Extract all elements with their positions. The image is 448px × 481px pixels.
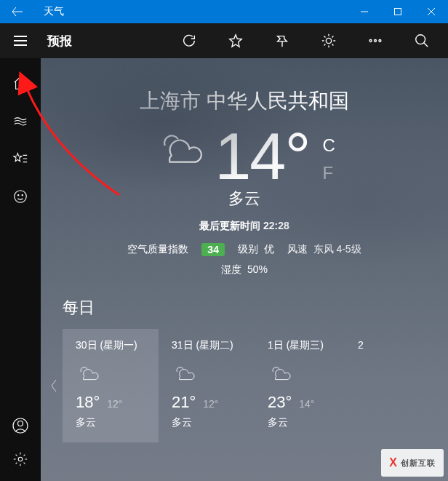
refresh-button[interactable] bbox=[166, 23, 212, 58]
settings-icon[interactable] bbox=[12, 450, 29, 468]
current-metrics: 空气质量指数 34 级别 优 风速 东风 4-5级 bbox=[41, 243, 448, 256]
page-heading: 预报 bbox=[41, 33, 84, 49]
unit-c[interactable]: C bbox=[322, 135, 335, 156]
day-card[interactable]: 31日 (星期二) 21°12° 多云 bbox=[159, 329, 255, 442]
cloud-icon bbox=[172, 362, 241, 384]
favorite-button[interactable] bbox=[212, 23, 259, 58]
scroll-left-button[interactable] bbox=[45, 329, 63, 442]
cloud-icon bbox=[153, 124, 206, 170]
unit-f[interactable]: F bbox=[322, 163, 335, 183]
brightness-button[interactable] bbox=[305, 23, 352, 58]
current-condition: 多云 bbox=[41, 188, 448, 210]
favorites-list-icon[interactable] bbox=[12, 150, 29, 167]
svg-point-10 bbox=[18, 421, 23, 426]
aqi-badge: 34 bbox=[201, 243, 225, 256]
current-temp: 14° bbox=[215, 124, 309, 189]
app-title: 天气 bbox=[35, 5, 73, 18]
svg-point-4 bbox=[379, 40, 381, 42]
svg-point-5 bbox=[416, 35, 425, 44]
svg-point-2 bbox=[369, 40, 372, 42]
day-card[interactable]: 1日 (星期三) 23°14° 多云 bbox=[255, 329, 351, 442]
svg-point-3 bbox=[375, 40, 377, 42]
svg-point-1 bbox=[326, 38, 331, 43]
location-title: 上海市 中华人民共和国 bbox=[41, 58, 448, 115]
day-card[interactable]: 2 bbox=[351, 329, 372, 442]
account-icon[interactable] bbox=[12, 417, 29, 434]
close-button[interactable] bbox=[415, 0, 448, 23]
search-button[interactable] bbox=[399, 23, 445, 58]
window-titlebar: 天气 bbox=[0, 0, 448, 23]
hamburger-button[interactable] bbox=[0, 23, 41, 58]
svg-point-7 bbox=[18, 195, 19, 196]
svg-point-8 bbox=[22, 195, 23, 196]
svg-point-6 bbox=[15, 191, 27, 203]
back-button[interactable] bbox=[0, 0, 35, 23]
home-icon[interactable] bbox=[12, 74, 29, 92]
humidity: 湿度 50% bbox=[41, 263, 448, 277]
forecast-panel: 上海市 中华人民共和国 14° C F 多云 最后更新时间 22:28 空气质量… bbox=[41, 58, 448, 481]
cloud-icon bbox=[76, 362, 145, 384]
more-button[interactable] bbox=[352, 23, 399, 58]
maps-icon[interactable] bbox=[12, 112, 29, 130]
current-temp-row: 14° C F bbox=[41, 124, 448, 189]
command-bar: 预报 bbox=[0, 23, 448, 58]
cloud-icon bbox=[268, 362, 337, 384]
watermark: X创新互联 bbox=[381, 449, 444, 477]
nav-sidebar bbox=[0, 58, 41, 481]
daily-heading: 每日 bbox=[41, 277, 448, 329]
daily-forecast-row: 30日 (星期一) 18°12° 多云 31日 (星期二) 21°12° 多云 … bbox=[41, 329, 448, 442]
last-updated: 最后更新时间 22:28 bbox=[41, 220, 448, 233]
minimize-button[interactable] bbox=[348, 0, 381, 23]
pin-button[interactable] bbox=[259, 23, 305, 58]
svg-rect-0 bbox=[395, 9, 401, 15]
svg-point-11 bbox=[18, 457, 23, 461]
feedback-icon[interactable] bbox=[12, 188, 29, 205]
day-card[interactable]: 30日 (星期一) 18°12° 多云 bbox=[63, 329, 159, 442]
aqi-label: 空气质量指数 bbox=[127, 243, 188, 256]
maximize-button[interactable] bbox=[381, 0, 415, 23]
